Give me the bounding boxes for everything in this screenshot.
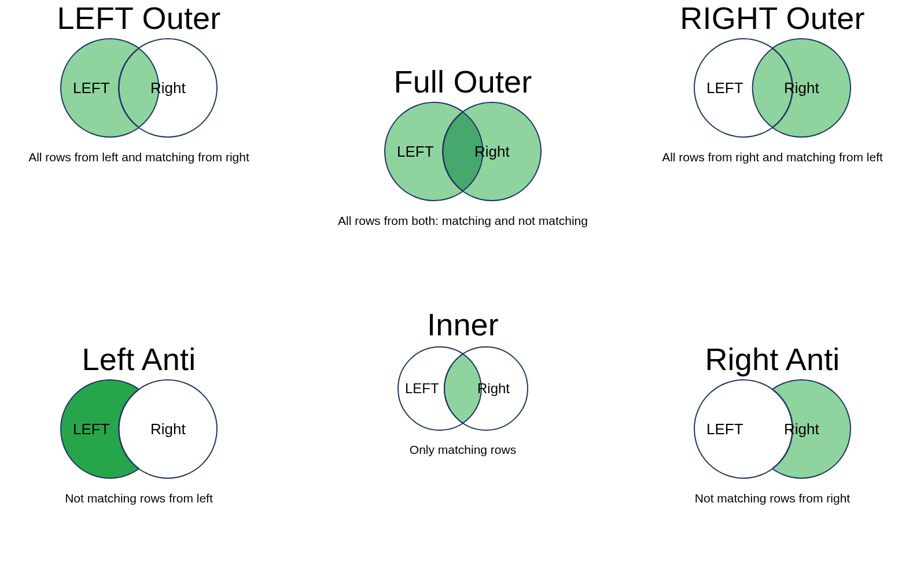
label-left: LEFT — [397, 143, 434, 161]
desc-right-anti: Not matching rows from right — [622, 491, 923, 505]
join-right-anti: Right Anti LEFT Right Not matching rows … — [622, 341, 923, 505]
venn-left-anti: LEFT Right — [52, 377, 226, 481]
desc-right-outer: All rows from right and matching from le… — [622, 150, 923, 164]
label-left: LEFT — [405, 380, 439, 397]
title-left-outer: LEFT Outer — [0, 0, 289, 36]
label-right: Right — [150, 79, 186, 97]
desc-left-anti: Not matching rows from left — [0, 491, 289, 505]
label-left: LEFT — [73, 420, 110, 438]
venn-left-outer: LEFT Right — [52, 36, 226, 140]
venn-full-outer: LEFT Right — [376, 99, 550, 204]
venn-inner: LEFT Right — [388, 342, 538, 435]
label-right: Right — [150, 420, 186, 438]
join-right-outer: RIGHT Outer LEFT Right All rows from rig… — [622, 0, 923, 164]
join-left-anti: Left Anti LEFT Right Not matching rows f… — [0, 341, 289, 505]
label-right: Right — [477, 380, 510, 397]
join-inner: Inner LEFT Right Only matching rows — [312, 306, 613, 457]
label-left: LEFT — [73, 79, 110, 97]
join-left-outer: LEFT Outer LEFT Right All rows from left… — [0, 0, 289, 164]
title-inner: Inner — [312, 306, 613, 342]
title-right-outer: RIGHT Outer — [622, 0, 923, 36]
label-right: Right — [784, 420, 819, 438]
title-full-outer: Full Outer — [312, 64, 613, 99]
label-left: LEFT — [706, 79, 743, 97]
desc-left-outer: All rows from left and matching from rig… — [0, 150, 289, 164]
venn-right-anti: LEFT Right — [686, 377, 859, 481]
title-left-anti: Left Anti — [0, 341, 289, 377]
desc-inner: Only matching rows — [312, 443, 613, 457]
venn-right-outer: LEFT Right — [686, 36, 859, 140]
label-left: LEFT — [706, 420, 743, 438]
join-full-outer: Full Outer LEFT Right All rows from both… — [312, 64, 613, 228]
title-right-anti: Right Anti — [622, 341, 923, 377]
label-right: Right — [474, 143, 510, 161]
label-right: Right — [784, 79, 819, 97]
desc-full-outer: All rows from both: matching and not mat… — [312, 214, 613, 228]
